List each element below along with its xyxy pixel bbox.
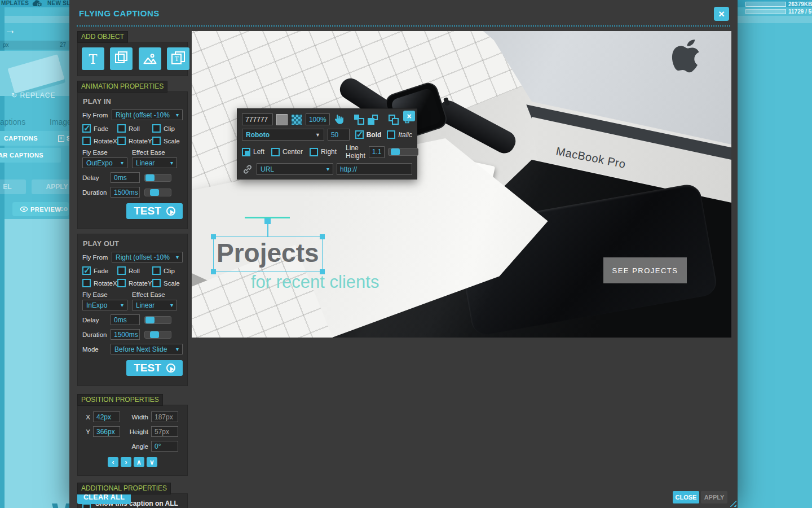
add-layer-button[interactable] bbox=[110, 47, 133, 70]
checkbox-scale[interactable]: Scale bbox=[152, 279, 180, 287]
play-in-delay-slider[interactable] bbox=[144, 174, 171, 182]
clip-checkbox[interactable] bbox=[152, 124, 161, 133]
opacity-swatch[interactable] bbox=[291, 114, 302, 125]
play-out-duration-slider[interactable] bbox=[144, 331, 171, 339]
checkbox-clip[interactable]: Clip bbox=[152, 266, 175, 275]
checkbox-fade[interactable]: Fade bbox=[82, 266, 117, 275]
play-out-fly-ease-select[interactable]: InExpo▾ bbox=[82, 300, 127, 310]
checkbox-rotatex[interactable]: RotateX bbox=[82, 279, 117, 287]
bold-toggle[interactable]: Bold bbox=[355, 130, 382, 139]
caption-selection-box[interactable] bbox=[213, 237, 323, 272]
play-in-test-button[interactable]: TEST bbox=[126, 203, 183, 219]
play-out-effect-ease-select[interactable]: Linear▾ bbox=[132, 300, 177, 310]
dialog-close-button[interactable]: × bbox=[714, 7, 729, 21]
nudge-up-button[interactable]: ∧ bbox=[134, 457, 144, 467]
checkbox-rotatex[interactable]: RotateX bbox=[82, 137, 117, 145]
play-out-fly-from-select[interactable]: Right (offset -10%▾ bbox=[112, 252, 183, 262]
play-in-effect-ease-select[interactable]: Linear▾ bbox=[132, 157, 177, 168]
paste-style-icon[interactable] bbox=[368, 115, 378, 125]
scale-checkbox[interactable] bbox=[152, 137, 161, 145]
align-right-checkbox[interactable] bbox=[310, 148, 318, 156]
play-in-fly-from-select[interactable]: Right (offset -10%▾ bbox=[112, 110, 183, 120]
align-left-checkbox[interactable] bbox=[242, 148, 250, 156]
font-size-input[interactable]: 50 bbox=[328, 129, 350, 141]
resize-grip[interactable] bbox=[729, 500, 736, 507]
y-input[interactable]: 366px bbox=[93, 426, 120, 437]
add-text-button[interactable]: T bbox=[82, 47, 104, 70]
font-color-input[interactable]: 777777 bbox=[242, 113, 273, 125]
play-in-delay-input[interactable]: 0ms bbox=[111, 172, 140, 183]
width-label: Width bbox=[126, 414, 148, 421]
slide-canvas[interactable]: MacBook Pro Projects for recent clients bbox=[192, 31, 731, 338]
height-input[interactable]: 57px bbox=[151, 426, 178, 437]
slider-handle[interactable] bbox=[391, 148, 400, 155]
toolbar-close-button[interactable]: × bbox=[403, 111, 415, 121]
bold-checkbox[interactable] bbox=[355, 130, 364, 139]
checkbox-roll[interactable]: Roll bbox=[117, 266, 152, 275]
checkbox-roll[interactable]: Roll bbox=[117, 124, 152, 133]
clip-checkbox[interactable] bbox=[152, 266, 161, 275]
align-center-toggle[interactable]: Center bbox=[271, 148, 303, 156]
scale-checkbox[interactable] bbox=[152, 279, 161, 287]
play-out-mode-select[interactable]: Before Next Slide▾ bbox=[111, 344, 183, 354]
italic-toggle[interactable]: Italic bbox=[387, 130, 412, 139]
nudge-right-button[interactable]: › bbox=[121, 457, 131, 467]
checkbox-rotatey[interactable]: RotateY bbox=[117, 137, 152, 145]
duplicate-icon[interactable] bbox=[389, 115, 399, 125]
close-icon: × bbox=[407, 112, 411, 121]
play-out-test-button[interactable]: TEST bbox=[126, 360, 183, 376]
slider-handle[interactable] bbox=[150, 331, 159, 338]
italic-checkbox[interactable] bbox=[387, 130, 395, 139]
font-family-select[interactable]: Roboto▼ bbox=[242, 129, 324, 141]
width-input[interactable]: 187px bbox=[151, 411, 178, 422]
caption-text-subtitle[interactable]: for recent clients bbox=[251, 272, 379, 292]
see-projects-button[interactable]: SEE PROJECTS bbox=[603, 257, 687, 283]
slider-handle[interactable] bbox=[145, 317, 155, 323]
play-out-duration-input[interactable]: 1500ms bbox=[111, 329, 140, 340]
url-target-select[interactable]: URL▾ bbox=[257, 163, 333, 175]
copy-style-icon[interactable] bbox=[354, 115, 364, 125]
hand-icon[interactable] bbox=[333, 113, 345, 125]
resize-handle-top-left[interactable] bbox=[211, 234, 216, 239]
fade-checkbox[interactable] bbox=[82, 124, 91, 133]
align-right-toggle[interactable]: Right bbox=[310, 148, 337, 156]
dimension-value: 27 bbox=[60, 42, 66, 48]
rotatex-checkbox[interactable] bbox=[82, 137, 91, 145]
color-swatch[interactable] bbox=[276, 114, 288, 125]
close-button[interactable]: CLOSE bbox=[673, 491, 699, 503]
play-in-duration-input[interactable]: 1500ms bbox=[111, 187, 140, 198]
play-out-delay-slider[interactable] bbox=[144, 316, 171, 324]
line-height-slider[interactable] bbox=[388, 148, 418, 156]
play-in-duration-slider[interactable] bbox=[144, 189, 171, 196]
checkbox-fade[interactable]: Fade bbox=[82, 124, 117, 133]
opacity-input[interactable]: 100% bbox=[306, 113, 330, 125]
resize-handle-bottom-right[interactable] bbox=[320, 269, 325, 274]
checkbox-scale[interactable]: Scale bbox=[152, 137, 180, 145]
x-input[interactable]: 42px bbox=[93, 411, 120, 422]
rotatex-checkbox[interactable] bbox=[82, 279, 91, 287]
slider-handle[interactable] bbox=[150, 189, 159, 196]
play-in-fly-ease-select[interactable]: OutExpo▾ bbox=[82, 157, 127, 168]
align-center-checkbox[interactable] bbox=[271, 148, 280, 156]
angle-input[interactable]: 0° bbox=[151, 441, 178, 452]
rotatey-checkbox[interactable] bbox=[117, 279, 126, 287]
nudge-left-button[interactable]: ‹ bbox=[108, 457, 118, 467]
add-text-box-button[interactable]: T bbox=[167, 47, 189, 70]
nudge-down-button[interactable]: ∨ bbox=[147, 457, 157, 467]
checkbox-clip[interactable]: Clip bbox=[152, 124, 175, 133]
caption-rotation-handle[interactable] bbox=[264, 218, 271, 224]
play-out-delay-input[interactable]: 0ms bbox=[111, 314, 140, 325]
align-left-toggle[interactable]: Left bbox=[242, 148, 264, 156]
url-input[interactable]: http:// bbox=[337, 163, 412, 175]
resize-handle-bottom-left[interactable] bbox=[211, 269, 216, 274]
checkbox-rotatey[interactable]: RotateY bbox=[117, 279, 152, 287]
add-image-button[interactable] bbox=[139, 47, 161, 70]
apply-button[interactable]: APPLY bbox=[701, 491, 727, 503]
slider-handle[interactable] bbox=[145, 174, 155, 181]
rotatey-checkbox[interactable] bbox=[117, 137, 126, 145]
roll-checkbox[interactable] bbox=[117, 266, 126, 275]
fade-checkbox[interactable] bbox=[82, 266, 91, 275]
line-height-input[interactable]: 1.1 bbox=[369, 146, 385, 158]
resize-handle-top-right[interactable] bbox=[320, 234, 325, 239]
roll-checkbox[interactable] bbox=[117, 124, 126, 133]
